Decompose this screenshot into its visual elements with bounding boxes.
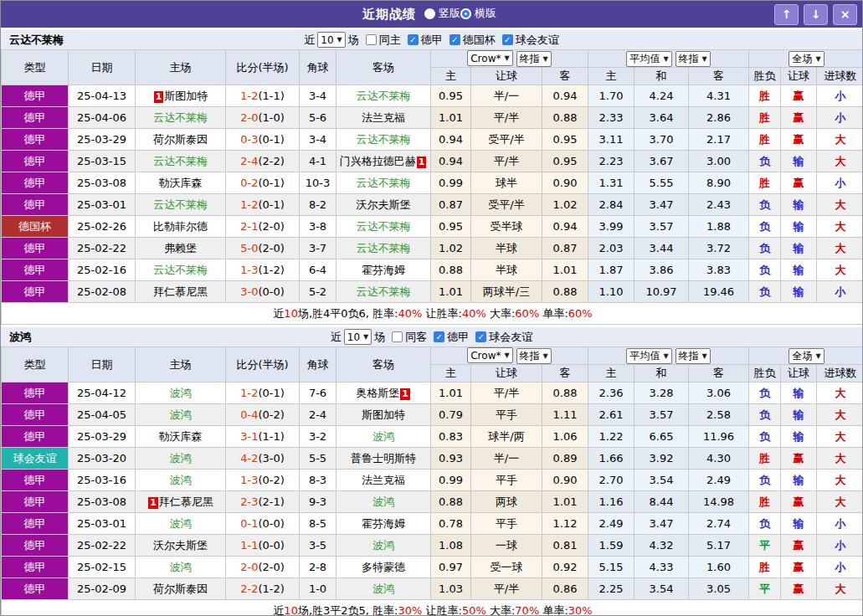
- away-team: 门兴格拉德巴赫1: [336, 151, 431, 172]
- result-label: 大: [835, 220, 846, 233]
- section-head: 波鸿 近10▼场同客✓德甲✓球会友谊: [1, 327, 862, 346]
- corner-cell: 3-7: [300, 238, 336, 259]
- result-label: 赢: [794, 133, 804, 146]
- avg-odds-select[interactable]: 平均值▼: [626, 51, 671, 67]
- avg-home-odds: 1.59: [588, 535, 634, 557]
- result-label: 大: [835, 387, 846, 399]
- date-cell: 25-02-15: [69, 557, 136, 578]
- avg-away-odds: 3.83: [689, 259, 749, 281]
- result-goals: 大: [817, 404, 863, 426]
- fulltime-select[interactable]: 全场▼: [789, 348, 824, 364]
- team-label: 拜仁慕尼黑: [159, 495, 213, 508]
- fulltime-score: 0-4: [240, 408, 258, 421]
- match-row: 德甲25-03-16波鸿1-3(0-2)8-3法兰克福0.99平手0.902.7…: [2, 470, 863, 491]
- result-goals: 小: [817, 535, 863, 557]
- dropdown-group: Crow*▼终指▼: [431, 347, 588, 365]
- result-label: 胜: [759, 90, 770, 102]
- avg-draw-odds: 3.92: [634, 448, 689, 470]
- result-label: 大: [835, 495, 846, 508]
- result-handicap: 赢: [781, 578, 817, 600]
- away-team: 云达不莱梅: [336, 238, 431, 259]
- fulltime-score: 1-3: [240, 474, 258, 486]
- team-label: 比勒菲尔德: [153, 220, 208, 233]
- halftime-score: (2-2): [258, 155, 284, 167]
- avg-home-odds: 5.15: [588, 557, 634, 578]
- league-checkbox-0[interactable]: ✓: [408, 34, 419, 45]
- type-cell: 德甲: [2, 382, 69, 404]
- result-goals: 小: [817, 85, 863, 107]
- handicap-home-odds: 0.99: [431, 470, 471, 491]
- result-label: 大: [835, 452, 846, 465]
- league-checkbox-label: 球会友谊: [516, 33, 559, 48]
- select-label: 全场: [792, 52, 812, 66]
- near-label: 近: [304, 33, 315, 48]
- final-odds-select[interactable]: 终指▼: [516, 348, 552, 364]
- odds-provider-select[interactable]: Crow*▼: [467, 50, 512, 66]
- final-avg-select[interactable]: 终指▼: [676, 51, 711, 67]
- avg-draw-odds: 3.70: [634, 129, 689, 151]
- team-label: 云达不莱梅: [153, 155, 208, 167]
- move-down-button[interactable]: ↓: [804, 4, 828, 25]
- fulltime-score: 3-1: [240, 430, 258, 443]
- odds-provider-select[interactable]: Crow*▼: [467, 347, 512, 363]
- handicap-away-odds: 0.90: [542, 172, 588, 194]
- corner-cell: 6-4: [300, 259, 336, 281]
- avg-odds-select[interactable]: 平均值▼: [626, 348, 671, 364]
- home-team: 云达不莱梅: [136, 107, 226, 129]
- date-cell: 25-02-16: [69, 259, 136, 281]
- score-cell: 0-4(0-2): [226, 404, 300, 426]
- final-odds-select[interactable]: 终指▼: [516, 51, 552, 67]
- handicap-home-odds: 0.93: [431, 448, 471, 470]
- avg-away-odds: 1.88: [689, 216, 749, 238]
- result-goals: 小: [817, 281, 863, 303]
- sub-column-header: 客: [542, 365, 588, 382]
- layout-radio-vertical[interactable]: 竖版: [424, 6, 460, 21]
- result-label: 小: [835, 90, 846, 102]
- score-cell: 2-0(2-0): [226, 557, 300, 578]
- league-checkbox-2[interactable]: ✓: [502, 34, 513, 45]
- team-label: 云达不莱梅: [357, 133, 411, 146]
- same-venue-checkbox[interactable]: [392, 331, 403, 342]
- sub-column-header: 进球数: [817, 68, 863, 85]
- final-avg-select[interactable]: 终指▼: [676, 348, 711, 364]
- same-venue-checkbox[interactable]: [366, 34, 377, 45]
- recent-count-select[interactable]: 10▼: [344, 329, 372, 345]
- team-label: 沃尔夫斯堡: [357, 198, 411, 211]
- result-winlose: 负: [749, 404, 781, 426]
- avg-away-odds: 2.17: [689, 129, 749, 151]
- avg-draw-odds: 3.54: [634, 470, 689, 491]
- date-cell: 25-04-13: [69, 85, 136, 107]
- move-up-button[interactable]: ↑: [774, 4, 799, 25]
- avg-away-odds: 3.00: [689, 151, 749, 172]
- handicap-line: 平手: [471, 404, 542, 426]
- recent-count-select[interactable]: 10▼: [317, 32, 345, 48]
- layout-radio-horizontal[interactable]: 横版: [460, 6, 496, 21]
- score-cell: 1-3(1-2): [226, 259, 300, 281]
- close-button[interactable]: ×: [833, 4, 857, 25]
- team-label: 云达不莱梅: [153, 264, 208, 276]
- avg-home-odds: 1.22: [588, 426, 634, 448]
- result-label: 小: [835, 517, 846, 530]
- avg-draw-odds: 3.57: [634, 216, 689, 238]
- away-team: 云达不莱梅: [336, 85, 431, 107]
- type-cell: 德甲: [2, 194, 69, 216]
- fulltime-select[interactable]: 全场▼: [789, 51, 824, 67]
- score-cell: 3-0(0-0): [226, 281, 300, 303]
- team-label: 波鸿: [372, 495, 394, 508]
- league-checkbox-1[interactable]: ✓: [475, 331, 486, 342]
- league-checkbox-0[interactable]: ✓: [434, 331, 444, 342]
- corner-cell: 3-4: [300, 85, 336, 107]
- league-checkbox-1[interactable]: ✓: [449, 34, 460, 45]
- handicap-away-odds: 0.81: [542, 535, 588, 557]
- match-row: 德甲25-03-01云达不莱梅1-2(0-1)8-2沃尔夫斯堡0.87受平/半1…: [2, 194, 863, 216]
- team-label: 荷尔斯泰因: [153, 133, 208, 146]
- result-label: 小: [835, 561, 846, 573]
- dropdown-group: 全场▼: [749, 347, 863, 365]
- result-handicap: 赢: [781, 172, 817, 194]
- result-label: 赢: [794, 561, 804, 573]
- avg-home-odds: 1.10: [588, 281, 634, 303]
- handicap-home-odds: 0.94: [431, 151, 471, 172]
- type-cell: 德国杯: [2, 216, 69, 238]
- avg-away-odds: 8.90: [689, 172, 749, 194]
- summary-text: 场,胜4平0负6, 胜率:: [298, 307, 398, 320]
